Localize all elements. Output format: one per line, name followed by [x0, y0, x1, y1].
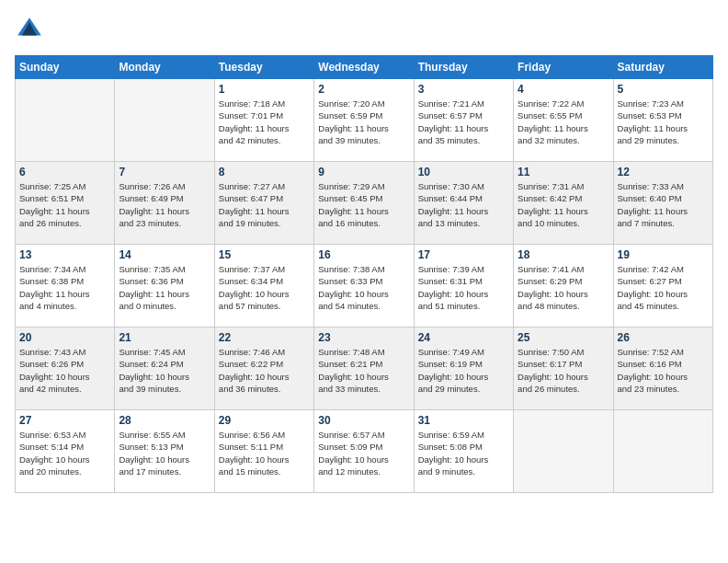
calendar-cell: 24Sunrise: 7:49 AMSunset: 6:19 PMDayligh…: [414, 327, 513, 410]
day-number: 22: [219, 331, 310, 344]
day-number: 13: [19, 248, 110, 261]
day-info: Sunrise: 7:45 AMSunset: 6:24 PMDaylight:…: [119, 346, 210, 395]
page-header: [15, 15, 713, 44]
calendar-cell: 13Sunrise: 7:34 AMSunset: 6:38 PMDayligh…: [16, 245, 115, 327]
calendar-cell: 12Sunrise: 7:33 AMSunset: 6:40 PMDayligh…: [613, 162, 712, 245]
day-number: 30: [318, 414, 409, 427]
day-number: 25: [518, 331, 609, 344]
day-number: 31: [418, 414, 509, 427]
calendar-cell: 20Sunrise: 7:43 AMSunset: 6:26 PMDayligh…: [16, 327, 115, 410]
day-number: 19: [618, 248, 709, 261]
calendar-cell: 9Sunrise: 7:29 AMSunset: 6:45 PMDaylight…: [314, 162, 414, 245]
day-info: Sunrise: 7:23 AMSunset: 6:53 PMDaylight:…: [618, 98, 709, 146]
day-number: 12: [618, 166, 709, 178]
day-info: Sunrise: 7:43 AMSunset: 6:26 PMDaylight:…: [19, 346, 110, 395]
calendar-cell: 27Sunrise: 6:53 AMSunset: 5:14 PMDayligh…: [16, 410, 115, 493]
calendar-cell: [16, 79, 115, 162]
day-number: 20: [19, 331, 110, 344]
day-info: Sunrise: 7:18 AMSunset: 7:01 PMDaylight:…: [219, 98, 310, 146]
weekday-header-friday: Friday: [514, 56, 613, 79]
weekday-header-saturday: Saturday: [613, 56, 712, 79]
calendar-cell: 4Sunrise: 7:22 AMSunset: 6:55 PMDaylight…: [514, 79, 613, 162]
day-number: 18: [518, 248, 609, 261]
day-number: 29: [219, 414, 310, 427]
calendar-cell: 19Sunrise: 7:42 AMSunset: 6:27 PMDayligh…: [613, 245, 712, 327]
day-info: Sunrise: 7:48 AMSunset: 6:21 PMDaylight:…: [318, 346, 409, 395]
weekday-header-wednesday: Wednesday: [314, 56, 414, 79]
day-number: 5: [618, 83, 709, 96]
calendar-cell: 3Sunrise: 7:21 AMSunset: 6:57 PMDaylight…: [414, 79, 513, 162]
day-number: 7: [119, 166, 210, 178]
day-info: Sunrise: 6:59 AMSunset: 5:08 PMDaylight:…: [418, 429, 509, 477]
calendar-cell: 8Sunrise: 7:27 AMSunset: 6:47 PMDaylight…: [214, 162, 313, 245]
calendar-cell: 2Sunrise: 7:20 AMSunset: 6:59 PMDaylight…: [314, 79, 414, 162]
day-number: 6: [19, 166, 110, 178]
day-number: 23: [318, 331, 409, 344]
calendar-cell: 23Sunrise: 7:48 AMSunset: 6:21 PMDayligh…: [314, 327, 414, 410]
day-number: 27: [19, 414, 110, 427]
day-info: Sunrise: 7:41 AMSunset: 6:29 PMDaylight:…: [518, 263, 609, 312]
calendar-cell: 7Sunrise: 7:26 AMSunset: 6:49 PMDaylight…: [115, 162, 214, 245]
day-number: 15: [219, 248, 310, 261]
day-info: Sunrise: 7:20 AMSunset: 6:59 PMDaylight:…: [318, 98, 409, 146]
day-info: Sunrise: 7:21 AMSunset: 6:57 PMDaylight:…: [418, 98, 509, 146]
calendar-cell: 26Sunrise: 7:52 AMSunset: 6:16 PMDayligh…: [613, 327, 712, 410]
calendar-cell: 11Sunrise: 7:31 AMSunset: 6:42 PMDayligh…: [514, 162, 613, 245]
day-info: Sunrise: 7:39 AMSunset: 6:31 PMDaylight:…: [418, 263, 509, 312]
day-number: 11: [518, 166, 609, 178]
day-info: Sunrise: 7:27 AMSunset: 6:47 PMDaylight:…: [219, 180, 310, 229]
calendar-cell: 16Sunrise: 7:38 AMSunset: 6:33 PMDayligh…: [314, 245, 414, 327]
day-info: Sunrise: 7:29 AMSunset: 6:45 PMDaylight:…: [318, 180, 409, 229]
weekday-header-tuesday: Tuesday: [214, 56, 313, 79]
calendar-cell: [514, 410, 613, 493]
day-info: Sunrise: 7:42 AMSunset: 6:27 PMDaylight:…: [618, 263, 709, 312]
day-info: Sunrise: 7:52 AMSunset: 6:16 PMDaylight:…: [618, 346, 709, 395]
day-info: Sunrise: 7:38 AMSunset: 6:33 PMDaylight:…: [318, 263, 409, 312]
calendar-cell: 31Sunrise: 6:59 AMSunset: 5:08 PMDayligh…: [414, 410, 513, 493]
day-info: Sunrise: 7:31 AMSunset: 6:42 PMDaylight:…: [518, 180, 609, 229]
calendar-cell: 6Sunrise: 7:25 AMSunset: 6:51 PMDaylight…: [16, 162, 115, 245]
day-number: 9: [318, 166, 409, 178]
day-info: Sunrise: 7:22 AMSunset: 6:55 PMDaylight:…: [518, 98, 609, 146]
day-info: Sunrise: 6:57 AMSunset: 5:09 PMDaylight:…: [318, 429, 409, 477]
calendar-cell: 17Sunrise: 7:39 AMSunset: 6:31 PMDayligh…: [414, 245, 513, 327]
day-info: Sunrise: 7:35 AMSunset: 6:36 PMDaylight:…: [119, 263, 210, 312]
logo-icon: [15, 15, 44, 44]
calendar-cell: 18Sunrise: 7:41 AMSunset: 6:29 PMDayligh…: [514, 245, 613, 327]
day-info: Sunrise: 7:46 AMSunset: 6:22 PMDaylight:…: [219, 346, 310, 395]
calendar-cell: 22Sunrise: 7:46 AMSunset: 6:22 PMDayligh…: [214, 327, 313, 410]
weekday-header-sunday: Sunday: [16, 56, 115, 79]
day-number: 26: [618, 331, 709, 344]
day-info: Sunrise: 6:56 AMSunset: 5:11 PMDaylight:…: [219, 429, 310, 477]
weekday-header-thursday: Thursday: [414, 56, 513, 79]
week-row-3: 13Sunrise: 7:34 AMSunset: 6:38 PMDayligh…: [16, 245, 713, 327]
calendar-cell: 5Sunrise: 7:23 AMSunset: 6:53 PMDaylight…: [613, 79, 712, 162]
calendar-table: SundayMondayTuesdayWednesdayThursdayFrid…: [15, 55, 713, 493]
calendar-cell: [613, 410, 712, 493]
calendar-cell: 1Sunrise: 7:18 AMSunset: 7:01 PMDaylight…: [214, 79, 313, 162]
day-number: 10: [418, 166, 509, 178]
day-number: 24: [418, 331, 509, 344]
weekday-header-monday: Monday: [115, 56, 214, 79]
calendar-cell: 15Sunrise: 7:37 AMSunset: 6:34 PMDayligh…: [214, 245, 313, 327]
calendar-cell: 14Sunrise: 7:35 AMSunset: 6:36 PMDayligh…: [115, 245, 214, 327]
day-number: 21: [119, 331, 210, 344]
calendar-cell: 30Sunrise: 6:57 AMSunset: 5:09 PMDayligh…: [314, 410, 414, 493]
day-number: 8: [219, 166, 310, 178]
day-number: 1: [219, 83, 310, 96]
day-info: Sunrise: 7:33 AMSunset: 6:40 PMDaylight:…: [618, 180, 709, 229]
day-info: Sunrise: 7:50 AMSunset: 6:17 PMDaylight:…: [518, 346, 609, 395]
calendar-cell: 10Sunrise: 7:30 AMSunset: 6:44 PMDayligh…: [414, 162, 513, 245]
week-row-1: 1Sunrise: 7:18 AMSunset: 7:01 PMDaylight…: [16, 79, 713, 162]
calendar-cell: 25Sunrise: 7:50 AMSunset: 6:17 PMDayligh…: [514, 327, 613, 410]
day-info: Sunrise: 7:30 AMSunset: 6:44 PMDaylight:…: [418, 180, 509, 229]
day-number: 4: [518, 83, 609, 96]
calendar-cell: [115, 79, 214, 162]
day-info: Sunrise: 7:34 AMSunset: 6:38 PMDaylight:…: [19, 263, 110, 312]
week-row-5: 27Sunrise: 6:53 AMSunset: 5:14 PMDayligh…: [16, 410, 713, 493]
day-number: 14: [119, 248, 210, 261]
week-row-2: 6Sunrise: 7:25 AMSunset: 6:51 PMDaylight…: [16, 162, 713, 245]
logo: [15, 15, 48, 44]
week-row-4: 20Sunrise: 7:43 AMSunset: 6:26 PMDayligh…: [16, 327, 713, 410]
calendar-cell: 21Sunrise: 7:45 AMSunset: 6:24 PMDayligh…: [115, 327, 214, 410]
